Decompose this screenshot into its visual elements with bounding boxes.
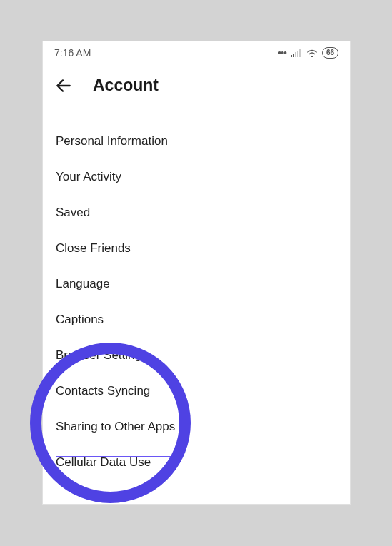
more-dots-icon: ••• [278,47,286,59]
page-header: Account [43,63,350,102]
status-icons: ••• 66 [278,47,338,59]
account-menu: Personal Information Your Activity Saved… [43,102,350,480]
status-bar: 7:16 AM ••• 66 [43,41,350,63]
phone-frame: 7:16 AM ••• 66 [42,41,351,505]
menu-item-browser-settings[interactable]: Browser Settings [43,338,350,373]
svg-rect-2 [295,52,296,57]
menu-item-close-friends[interactable]: Close Friends [43,231,350,266]
svg-rect-1 [293,54,294,57]
battery-icon: 66 [322,47,338,59]
svg-rect-4 [299,49,301,57]
svg-rect-0 [291,55,292,57]
back-arrow-icon[interactable] [54,76,73,95]
menu-item-language[interactable]: Language [43,266,350,302]
wifi-icon [306,49,318,57]
signal-icon [291,49,302,57]
menu-item-saved[interactable]: Saved [43,195,350,231]
annotation-underline [56,456,177,457]
svg-rect-3 [297,51,298,57]
menu-item-personal-information[interactable]: Personal Information [43,123,350,159]
menu-item-captions[interactable]: Captions [43,302,350,338]
page-title: Account [93,76,159,95]
status-time: 7:16 AM [54,47,91,59]
menu-item-your-activity[interactable]: Your Activity [43,159,350,195]
menu-item-contacts-syncing[interactable]: Contacts Syncing [43,373,350,409]
menu-item-cellular-data-use[interactable]: Cellular Data Use [43,445,350,480]
menu-item-sharing-to-other-apps[interactable]: Sharing to Other Apps [43,409,350,445]
